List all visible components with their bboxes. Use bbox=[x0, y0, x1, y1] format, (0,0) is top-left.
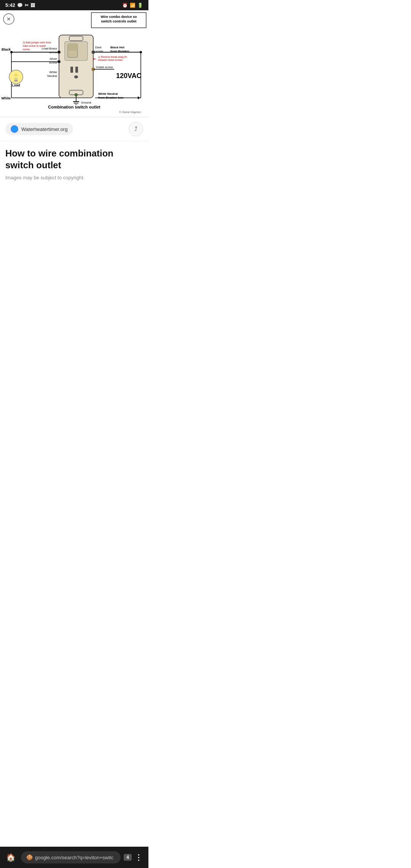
share-icon: ⤴ bbox=[134, 126, 137, 132]
svg-text:screw: screw bbox=[49, 51, 57, 54]
image-container: ✕ Wire combo device so switch controls o… bbox=[0, 10, 148, 117]
svg-text:Load Brass: Load Brass bbox=[42, 47, 57, 50]
scissors-icon: ✂ bbox=[25, 3, 29, 8]
article-content: How to wire combination switch outlet Im… bbox=[0, 141, 148, 187]
svg-text:switch controls outlet: switch controls outlet bbox=[101, 19, 136, 23]
svg-rect-17 bbox=[70, 67, 73, 73]
battery-icon: 🔋 bbox=[137, 3, 143, 8]
source-link[interactable]: 🌐 Waterheatertimer.org bbox=[5, 123, 73, 135]
svg-text:1) Remove break-away fin: 1) Remove break-away fin bbox=[98, 56, 127, 59]
svg-point-19 bbox=[74, 75, 78, 78]
alarm-icon: ⏰ bbox=[122, 3, 128, 8]
svg-point-40 bbox=[15, 74, 17, 76]
source-bar: 🌐 Waterheatertimer.org ⤴ bbox=[0, 117, 148, 141]
signal-icon: 📶 bbox=[130, 3, 135, 8]
svg-text:© Gene Haynes: © Gene Haynes bbox=[119, 110, 141, 114]
svg-text:Wire combo device so: Wire combo device so bbox=[101, 15, 137, 19]
svg-text:2) Add jumper wire from: 2) Add jumper wire from bbox=[23, 41, 51, 44]
svg-text:Silver: Silver bbox=[49, 57, 57, 61]
svg-rect-39 bbox=[14, 80, 18, 81]
svg-text:Ground: Ground bbox=[81, 101, 91, 104]
image-icon: 🖼 bbox=[30, 3, 35, 8]
share-button[interactable]: ⤴ bbox=[129, 122, 143, 136]
svg-point-27 bbox=[58, 51, 60, 53]
svg-text:Combination switch outlet: Combination switch outlet bbox=[48, 105, 100, 109]
svg-text:White: White bbox=[2, 96, 11, 100]
svg-point-37 bbox=[9, 70, 23, 84]
svg-text:Black: Black bbox=[2, 48, 11, 51]
svg-point-31 bbox=[140, 51, 142, 53]
svg-text:screw: screw bbox=[95, 49, 103, 53]
svg-text:screw: screw bbox=[49, 61, 57, 64]
svg-text:screw: screw bbox=[23, 48, 30, 51]
source-url-text: Waterheatertimer.org bbox=[21, 126, 68, 132]
article-title: How to wire combination switch outlet bbox=[5, 147, 143, 171]
status-bar: 5:42 💬 ✂ 🖼 ⏰ 📶 🔋 bbox=[0, 0, 148, 10]
svg-text:Neutral: Neutral bbox=[47, 74, 57, 78]
time-display: 5:42 bbox=[5, 2, 15, 8]
status-left: 5:42 💬 ✂ 🖼 bbox=[5, 2, 35, 8]
svg-text:Black Hot: Black Hot bbox=[110, 46, 124, 49]
messenger-icon: 💬 bbox=[17, 3, 23, 8]
svg-text:Dark: Dark bbox=[95, 46, 102, 49]
svg-point-29 bbox=[58, 61, 60, 63]
svg-text:White: White bbox=[49, 70, 57, 74]
copyright-notice: Images may be subject to copyright. bbox=[5, 175, 143, 180]
svg-text:Outlet screw: Outlet screw bbox=[96, 65, 113, 69]
wiring-diagram: Wire combo device so switch controls out… bbox=[0, 10, 148, 117]
svg-text:White Neutral: White Neutral bbox=[98, 92, 118, 96]
status-right: ⏰ 📶 🔋 bbox=[122, 3, 143, 8]
close-button[interactable]: ✕ bbox=[3, 13, 14, 25]
svg-point-24 bbox=[75, 94, 78, 96]
svg-text:from Breaker: from Breaker bbox=[110, 49, 129, 53]
diagram-wrapper: Wire combo device so switch controls out… bbox=[0, 10, 148, 117]
svg-text:from Breaker box: from Breaker box bbox=[98, 96, 124, 99]
globe-icon: 🌐 bbox=[11, 125, 18, 133]
svg-rect-16 bbox=[68, 44, 78, 51]
svg-text:120VAC: 120VAC bbox=[116, 72, 142, 80]
svg-text:between brass screws: between brass screws bbox=[98, 59, 123, 61]
svg-text:Load: Load bbox=[12, 83, 20, 87]
svg-rect-18 bbox=[75, 67, 78, 73]
